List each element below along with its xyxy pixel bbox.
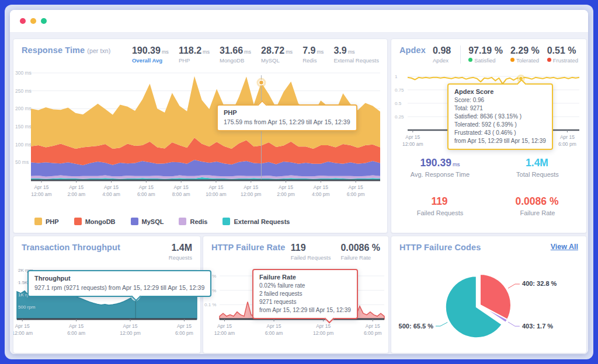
php-swatch — [34, 218, 42, 225]
legend-item-php[interactable]: PHP — [34, 218, 59, 225]
svg-text:Apr 15: Apr 15 — [366, 323, 380, 329]
apdex-tooltip: Apdex Score Score: 0.96Total: 9271Satisf… — [447, 83, 553, 150]
svg-text:12:00 pm: 12:00 pm — [120, 330, 140, 336]
failure-rate-tooltip: Failure Rate 0.02% failure rate2 failed … — [252, 269, 358, 319]
svg-text:12:00 pm: 12:00 pm — [313, 330, 333, 336]
response-time-title: Response Time (per txn) — [22, 46, 110, 55]
svg-text:Apr 15: Apr 15 — [34, 184, 48, 190]
stat-mongodb[interactable]: 31.66ms MongoDB — [220, 46, 251, 64]
svg-text:150 ms: 150 ms — [15, 124, 32, 130]
throughput-stats: 1.4M Requests — [169, 243, 192, 261]
svg-text:Apr 15: Apr 15 — [316, 323, 331, 329]
svg-text:0.25: 0.25 — [395, 114, 404, 120]
svg-text:6:00 am: 6:00 am — [265, 330, 283, 336]
stat-apdex-score[interactable]: 0.98 Apdex — [433, 46, 461, 64]
stat-failure-rate[interactable]: 0.0086 % Failure Rate — [340, 243, 380, 261]
response-time-legend: PHP MongoDB MySQL Redis External Request… — [34, 218, 290, 225]
svg-text:6:00 pm: 6:00 pm — [347, 191, 365, 197]
svg-text:4:00 am: 4:00 am — [102, 191, 120, 197]
window-minimize-button[interactable] — [30, 18, 36, 24]
svg-text:6:00 pm: 6:00 pm — [364, 330, 382, 336]
failure-codes-panel: HTTP Failure Codes View All 400: 32.8 %4… — [391, 236, 587, 354]
svg-text:250 ms: 250 ms — [15, 88, 32, 94]
svg-text:Apr 15: Apr 15 — [560, 134, 575, 140]
apdex-panel: Apdex 0.98 Apdex 97.19 % Satisfied 2.29 … — [391, 38, 587, 233]
svg-text:Apr 15: Apr 15 — [244, 184, 258, 190]
svg-text:2:00 pm: 2:00 pm — [277, 191, 295, 197]
window-zoom-button[interactable] — [41, 18, 47, 24]
svg-text:Apr 15: Apr 15 — [174, 184, 189, 190]
stat-mysql[interactable]: 28.72ms MySQL — [261, 46, 293, 64]
stat-php[interactable]: 118.2ms PHP — [179, 46, 210, 64]
svg-text:6:00 pm: 6:00 pm — [175, 330, 193, 336]
satisfied-dot-icon — [468, 58, 472, 62]
svg-text:Apr 15: Apr 15 — [177, 323, 192, 329]
svg-text:12:00 am: 12:00 am — [402, 141, 423, 147]
svg-text:400: 32.8 %: 400: 32.8 % — [522, 280, 557, 287]
frustrated-dot-icon — [547, 58, 551, 62]
dashboard-content: Response Time (per txn) 190.39ms Overall… — [10, 33, 588, 354]
svg-text:Apr 15: Apr 15 — [217, 323, 232, 329]
window-close-button[interactable] — [20, 18, 26, 24]
svg-text:Apr 15: Apr 15 — [139, 184, 154, 190]
failure-codes-title: HTTP Failure Codes — [399, 243, 481, 252]
svg-text:4:00 pm: 4:00 pm — [312, 191, 330, 197]
failure-codes-pie-chart[interactable]: 400: 32.8 %403: 1.7 %500: 65.5 % — [391, 257, 586, 349]
stat-satisfied[interactable]: 97.19 % Satisfied — [468, 46, 503, 64]
svg-text:0.75: 0.75 — [395, 88, 404, 93]
svg-text:403: 1.7 %: 403: 1.7 % — [522, 323, 553, 330]
response-time-tooltip: PHP 175.59 ms from Apr 15, 12:29 till Ap… — [217, 104, 357, 131]
summary-failure-rate: 0.0086 % Failure Rate — [489, 195, 586, 216]
svg-text:Apr 15: Apr 15 — [69, 323, 84, 329]
summary-total-requests: 1.4M Total Requests — [489, 157, 586, 178]
summary-failed-requests: 119 Failed Requests — [391, 195, 489, 216]
legend-item-mysql[interactable]: MySQL — [131, 218, 164, 225]
stat-frustrated[interactable]: 0.51 % Frustrated — [547, 46, 578, 64]
legend-item-redis[interactable]: Redis — [179, 218, 207, 225]
svg-text:8:00 am: 8:00 am — [172, 191, 190, 197]
failure-rate-panel: HTTP Failure Rate 119 Failed Requests 0.… — [203, 236, 389, 354]
redis-swatch — [179, 218, 186, 225]
svg-text:12:00 am: 12:00 am — [31, 191, 51, 197]
svg-text:6:00 am: 6:00 am — [67, 330, 85, 336]
svg-text:300 ms: 300 ms — [15, 70, 32, 76]
svg-text:12:00 am: 12:00 am — [214, 330, 235, 336]
summary-avg-response-time: 190.39ms Avg. Response Time — [391, 157, 489, 178]
svg-text:50 ms: 50 ms — [15, 159, 29, 165]
mysql-swatch — [131, 218, 138, 225]
svg-text:Apr 15: Apr 15 — [15, 323, 30, 329]
svg-text:2:00 am: 2:00 am — [67, 191, 85, 197]
stat-redis[interactable]: 7.9ms Redis — [303, 46, 324, 64]
failure-rate-stats: 119 Failed Requests 0.0086 % Failure Rat… — [291, 243, 380, 261]
browser-window: Response Time (per txn) 190.39ms Overall… — [10, 10, 588, 354]
view-all-link[interactable]: View All — [551, 243, 578, 251]
svg-text:6:00 am: 6:00 am — [137, 191, 155, 197]
svg-text:Apr 15: Apr 15 — [208, 184, 223, 190]
svg-text:500: 65.5 %: 500: 65.5 % — [399, 323, 434, 330]
legend-item-external-requests[interactable]: External Requests — [222, 218, 290, 225]
stat-external-requests[interactable]: 3.9ms External Requests — [333, 46, 379, 64]
mongodb-swatch — [74, 218, 82, 225]
device-frame: Response Time (per txn) 190.39ms Overall… — [5, 5, 593, 359]
svg-text:Apr 15: Apr 15 — [123, 323, 138, 329]
response-time-chart[interactable]: 300 ms250 ms200 ms150 ms100 ms50 msApr 1… — [13, 67, 387, 215]
apdex-summary: 190.39ms Avg. Response Time 1.4M Total R… — [391, 157, 586, 216]
response-time-title-note: (per txn) — [87, 47, 110, 54]
svg-text:6:00 pm: 6:00 pm — [558, 141, 576, 147]
response-time-panel: Response Time (per txn) 190.39ms Overall… — [13, 38, 388, 233]
stat-failed-requests[interactable]: 119 Failed Requests — [291, 243, 331, 261]
response-time-stats: 190.39ms Overall Avg 118.2ms PHP 31.66ms… — [132, 46, 379, 64]
stat-tolerated[interactable]: 2.29 % Tolerated — [510, 46, 540, 64]
legend-item-mongodb[interactable]: MongoDB — [74, 218, 116, 225]
failure-rate-title: HTTP Failure Rate — [211, 243, 285, 252]
svg-text:Apr 15: Apr 15 — [104, 184, 119, 190]
svg-text:Apr 15: Apr 15 — [279, 184, 293, 190]
svg-text:Apr 15: Apr 15 — [349, 184, 363, 190]
tolerated-dot-icon — [510, 58, 514, 62]
svg-text:0.5: 0.5 — [395, 101, 402, 106]
stat-requests[interactable]: 1.4M Requests — [169, 243, 192, 261]
svg-text:Apr 15: Apr 15 — [69, 184, 84, 190]
stat-overall-avg[interactable]: 190.39ms Overall Avg — [132, 46, 169, 64]
throughput-title: Transaction Throughput — [22, 243, 120, 252]
external-requests-swatch — [222, 218, 230, 225]
